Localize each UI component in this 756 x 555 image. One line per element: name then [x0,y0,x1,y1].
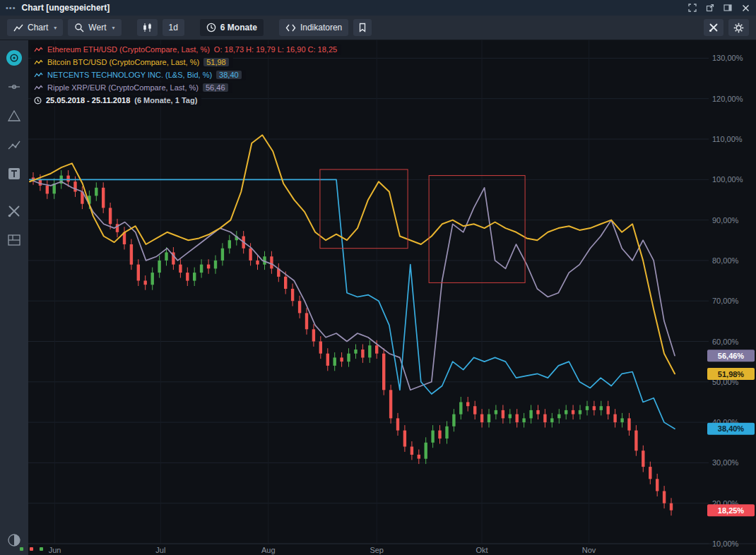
chevron-down-icon: ▾ [112,25,114,31]
legend-label: Bitcoin BTC/USD (CryptoCompare, Last, %) [47,58,199,66]
contrast-icon [7,533,21,547]
sidebar-tool-indicator-lines[interactable] [5,136,23,154]
search-icon [74,23,84,32]
x-axis-label: Nov [582,546,596,554]
legend-date-range[interactable]: 25.05.2018 - 25.11.2018(6 Monate, 1 Tag) [31,95,341,106]
x-axis-label: Sep [370,546,384,554]
sidebar-tool-settings[interactable] [5,202,23,220]
price-badge-ripple: 56,46% [707,350,755,362]
dock-panel-button[interactable] [723,3,733,13]
series-key-icon [34,72,43,78]
symbol-search-button[interactable]: Wert ▾ [68,19,121,36]
sidebar-tool-trendline[interactable] [5,78,23,96]
price-badge-bitcoin: 51,98% [707,368,755,380]
legend-row-ripple[interactable]: Ripple XRP/EUR (CryptoCompare, Last, %)5… [31,83,341,93]
legend-value: O: 18,73 H: 19,79 L: 16,90 C: 18,25 [214,45,337,54]
series-key-icon [34,85,43,91]
settings-button[interactable] [728,19,749,36]
triangle-icon [7,109,21,123]
svg-text:56,46%: 56,46% [718,352,745,360]
legend-label: NETCENTS TECHNOLOGY INC. (L&S, Bid, %) [47,71,212,79]
legend-row-bitcoin[interactable]: Bitcoin BTC/USD (CryptoCompare, Last, %)… [31,57,341,68]
y-axis-label: 100,00% [712,175,743,184]
chart-area[interactable]: 130,00%120,00%110,00%100,00%90,00%80,00%… [28,40,756,555]
close-button[interactable] [740,3,750,13]
y-axis-label: 30,00% [712,458,739,467]
dock-panel-icon [723,4,732,12]
crossed-tools-icon [7,204,21,218]
axis-labels: 130,00%120,00%110,00%100,00%90,00%80,00%… [49,54,743,554]
sidebar-tool-shapes[interactable] [5,107,23,125]
tools-button[interactable] [704,19,723,36]
svg-text:18,25%: 18,25% [718,506,745,515]
close-icon [742,4,750,12]
indicators-button[interactable]: Indikatoren [279,19,348,36]
code-brackets-icon [285,23,296,32]
fullscreen-button[interactable] [687,3,697,13]
legend-value: 51,98 [203,58,229,66]
y-axis-label: 90,00% [712,216,739,225]
legend-value: 56,46 [203,83,228,92]
eye-icon [6,49,23,66]
range-button[interactable]: 6 Monate [200,19,264,36]
annotation-rect-2[interactable] [429,176,525,283]
range-label: 6 Monate [220,23,257,32]
series-key-icon [34,47,43,53]
sidebar-tool-layout[interactable] [5,231,23,249]
bookmark-button[interactable] [353,19,372,36]
main-toolbar: Chart ▾ Wert ▾ 1d 6 Monate Indikatoren [0,16,756,40]
legend-label: Ethereum ETH/USD (CryptoCompare, Last, %… [47,45,210,54]
y-axis-label: 60,00% [712,338,739,346]
x-axis-label: Jul [155,546,165,554]
ripple-line[interactable] [30,179,675,390]
sidebar-tool-text[interactable] [5,165,23,183]
ethereum-candle-series[interactable] [32,170,673,515]
crossed-tools-icon [709,23,719,32]
price-badge-ethereum: 18,25% [707,504,755,516]
connection-status-dots [20,547,43,551]
gear-icon [733,23,744,33]
layout-panels-icon [7,234,21,246]
chart-menu-label: Chart [28,23,48,32]
svg-text:38,40%: 38,40% [718,424,745,433]
x-axis-label: Jun [49,546,61,554]
legend-row-ethereum[interactable]: Ethereum ETH/USD (CryptoCompare, Last, %… [31,44,341,55]
series-key-icon [34,59,43,66]
x-axis-label: Okt [476,546,488,554]
drawing-tools-sidebar [0,40,28,555]
netcents-line[interactable] [30,179,675,429]
interval-label: 1d [169,23,178,32]
legend-label: Ripple XRP/EUR (CryptoCompare, Last, %) [47,83,199,92]
y-axis-label: 70,00% [712,297,739,305]
interval-button[interactable]: 1d [163,19,184,36]
x-axis-label: Aug [261,546,276,554]
chart-legend: Ethereum ETH/USD (CryptoCompare, Last, %… [31,44,341,108]
sidebar-tool-watch[interactable] [5,49,23,67]
trendline-icon [7,80,21,94]
chart-canvas[interactable]: 130,00%120,00%110,00%100,00%90,00%80,00%… [28,40,756,555]
status-dot [40,547,43,551]
gridlines [28,40,756,544]
window-title: Chart [ungespeichert] [22,3,110,13]
popout-icon [706,4,714,12]
window-controls [687,3,750,13]
legend-row-netcents[interactable]: NETCENTS TECHNOLOGY INC. (L&S, Bid, %)38… [31,70,341,80]
bookmark-icon [358,23,367,32]
legend-value: 38,40 [216,71,242,79]
chart-app-window: ••• Chart [ungespeichert] Chart ▾ Wer [0,0,756,555]
fullscreen-icon [688,4,697,12]
svg-text:51,98%: 51,98% [718,370,745,378]
y-axis-label: 10,00% [712,539,739,548]
clock-icon [34,97,42,105]
window-menu-dots[interactable]: ••• [6,4,16,12]
text-tool-icon [7,167,21,181]
multi-line-icon [7,138,21,152]
chart-menu-button[interactable]: Chart ▾ [7,19,63,36]
popout-button[interactable] [705,3,715,13]
price-badge-netcents: 38,40% [707,423,755,435]
candlestick-icon [142,23,153,32]
date-range-detail: (6 Monate, 1 Tag) [134,96,197,105]
indicators-label: Indikatoren [300,23,342,32]
chart-style-button[interactable] [137,19,158,36]
chevron-down-icon: ▾ [54,25,57,31]
